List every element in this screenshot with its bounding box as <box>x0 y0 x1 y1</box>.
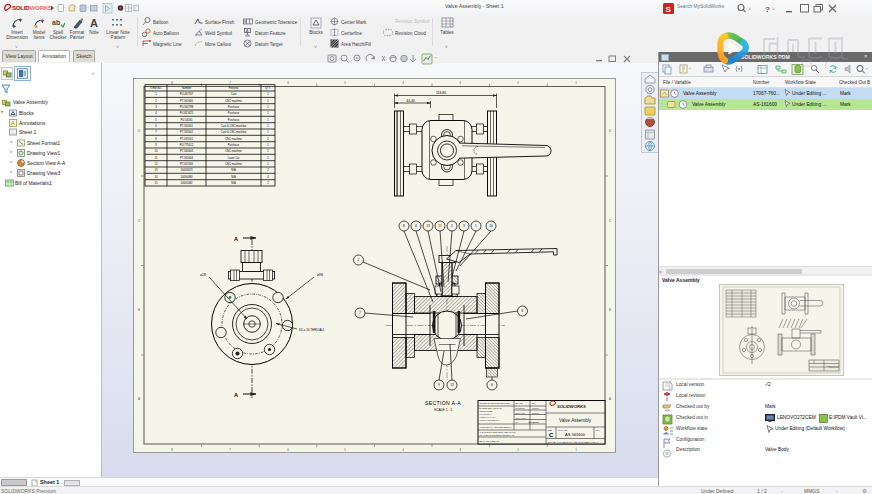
svg-text:CNC machine: CNC machine <box>225 149 242 153</box>
svg-text:A: A <box>90 17 98 29</box>
svg-text:⌀98: ⌀98 <box>317 273 323 277</box>
svg-text:ANGULAR: MACH: ANGULAR: MACH <box>480 416 496 418</box>
svg-text:2: 2 <box>358 258 360 262</box>
svg-text:Process: Process <box>229 86 239 90</box>
svg-text:7: 7 <box>359 311 361 315</box>
svg-text:SIZE: SIZE <box>548 429 553 431</box>
svg-text:PT-561602: PT-561602 <box>180 130 194 134</box>
svg-text:A: A <box>138 397 140 401</box>
svg-text:14: 14 <box>155 175 158 179</box>
svg-text:AS-561600: AS-561600 <box>565 432 586 437</box>
svg-text:10005082: 10005082 <box>181 181 193 185</box>
svg-text:PT-561601: PT-561601 <box>180 124 194 128</box>
svg-text:13: 13 <box>155 168 158 172</box>
svg-text:ˇ: ˇ <box>76 6 78 11</box>
svg-text:PT-035561: PT-035561 <box>180 137 194 141</box>
svg-text:PU-775012: PU-775012 <box>180 143 194 147</box>
svg-text:TWO PLACE DECIMAL: TWO PLACE DECIMAL <box>480 419 500 421</box>
svg-text:A: A <box>234 236 238 242</box>
svg-text:SCALE 1 : 1: SCALE 1 : 1 <box>434 408 452 412</box>
svg-text:Laser Cut: Laser Cut <box>228 156 240 160</box>
svg-text:Purchase: Purchase <box>228 143 240 147</box>
svg-text:ˇ: ˇ <box>435 56 437 62</box>
svg-text:A: A <box>11 120 15 126</box>
svg-text:ˇ: ˇ <box>98 6 100 11</box>
svg-text:DIMENSIONS ARE IN MM: DIMENSIONS ARE IN MM <box>480 407 503 409</box>
svg-text:SCALE: 1:2 WEIGHT: 4.55 kg S: SCALE: 1:2 WEIGHT: 4.55 kg SHEET 1 OF 1 <box>548 441 599 444</box>
svg-text:THE INFORMATION CONTAINED IN T: THE INFORMATION CONTAINED IN THIS <box>480 431 517 433</box>
svg-text:PT-561603: PT-561603 <box>180 149 194 153</box>
svg-text:3: 3 <box>463 224 465 228</box>
svg-text:NEXT ASSY USED ON: NEXT ASSY USED ON <box>480 440 500 442</box>
svg-text:A: A <box>234 392 238 398</box>
svg-text:PU-562798: PU-562798 <box>180 105 194 109</box>
svg-text:TOLERANCES:: TOLERANCES: <box>480 410 494 412</box>
svg-text:N/A: N/A <box>231 181 236 185</box>
svg-text:⌀28: ⌀28 <box>200 273 206 277</box>
svg-text:PT-055565: PT-055565 <box>180 162 194 166</box>
svg-text:?: ? <box>765 5 770 14</box>
svg-text:12: 12 <box>155 162 158 166</box>
svg-text:13: 13 <box>426 224 430 228</box>
svg-text:9: 9 <box>438 383 440 387</box>
svg-text:4: 4 <box>415 224 417 228</box>
svg-text:B: B <box>609 308 611 312</box>
svg-text:A: A <box>246 28 249 33</box>
svg-text:UNLESS OTHERWISE SPECIFIED:: UNLESS OTHERWISE SPECIFIED: <box>480 402 511 404</box>
svg-text:CHECKED: CHECKED <box>516 407 526 409</box>
svg-text:118.80: 118.80 <box>436 91 446 95</box>
svg-text:PU-815625: PU-815625 <box>180 111 194 115</box>
svg-text:Cast & CNC machine: Cast & CNC machine <box>221 124 247 128</box>
svg-text:˅: ˅ <box>748 6 751 12</box>
svg-text:12: 12 <box>450 383 454 387</box>
svg-text:10: 10 <box>489 224 493 228</box>
svg-text:ˇ: ˇ <box>87 6 89 11</box>
svg-text:SOLIDWORKS: SOLIDWORKS <box>557 404 586 409</box>
svg-text:Number: Number <box>182 86 192 90</box>
svg-text:ˇ: ˇ <box>114 6 116 11</box>
svg-text:Purchase: Purchase <box>228 111 240 115</box>
svg-text:B: B <box>138 308 140 312</box>
svg-text:10: 10 <box>155 149 158 153</box>
svg-text:6X ⌀ 10 THRU ALL: 6X ⌀ 10 THRU ALL <box>299 328 325 332</box>
svg-text:10005623: 10005623 <box>181 168 193 172</box>
svg-text:8: 8 <box>522 309 524 313</box>
svg-text:CNC machine: CNC machine <box>225 162 242 166</box>
svg-text:N/A: N/A <box>231 175 236 179</box>
svg-text:11: 11 <box>155 156 158 160</box>
svg-text:CNC machine: CNC machine <box>225 99 242 103</box>
svg-text:4/3/2007: 4/3/2007 <box>532 412 539 414</box>
svg-text:Purchase: Purchase <box>228 105 240 109</box>
svg-text:Q.A.: Q.A. <box>516 421 520 423</box>
svg-text:S: S <box>666 4 672 13</box>
svg-text:2: 2 <box>451 224 453 228</box>
svg-text:Joe Miller: Joe Miller <box>528 421 539 424</box>
svg-text:A: A <box>609 397 611 401</box>
svg-text:MFG APPR.: MFG APPR. <box>516 417 527 419</box>
svg-text:PT-561605: PT-561605 <box>180 99 194 103</box>
svg-text:ITEM NO.: ITEM NO. <box>150 86 162 90</box>
svg-text:Cast & CNC machine: Cast & CNC machine <box>221 130 247 134</box>
svg-text:N/A: N/A <box>231 168 236 172</box>
svg-text:MM: MM <box>532 402 536 404</box>
svg-text:DWG. NO.: DWG. NO. <box>558 429 568 431</box>
svg-text:PU-54565: PU-54565 <box>180 118 193 122</box>
svg-text:SOLIDWORKS: SOLIDWORKS <box>12 4 52 11</box>
svg-text:ENG APPR.: ENG APPR. <box>516 412 527 414</box>
svg-text:8: 8 <box>403 224 405 228</box>
svg-text:ab: ab <box>52 19 60 26</box>
svg-text:Purchase: Purchase <box>228 118 240 122</box>
svg-text:Valve: Valve <box>826 365 832 367</box>
svg-text:˅: ˅ <box>772 6 775 12</box>
svg-text:FRACTIONAL: FRACTIONAL <box>480 413 492 415</box>
svg-text:Cast: Cast <box>231 92 237 96</box>
svg-text:SECTION A-A: SECTION A-A <box>425 400 461 406</box>
svg-text:QTY.: QTY. <box>265 86 271 90</box>
svg-text:C: C <box>549 432 554 438</box>
svg-text:DRAWING IS THE SOLE PROPERTY O: DRAWING IS THE SOLE PROPERTY OF <box>480 434 516 436</box>
svg-text:PT-561604: PT-561604 <box>180 156 194 160</box>
svg-text:REV: REV <box>596 429 601 431</box>
svg-text:15: 15 <box>155 181 158 185</box>
svg-text:CNC machine: CNC machine <box>225 137 242 141</box>
svg-text:ˇ: ˇ <box>65 6 67 11</box>
